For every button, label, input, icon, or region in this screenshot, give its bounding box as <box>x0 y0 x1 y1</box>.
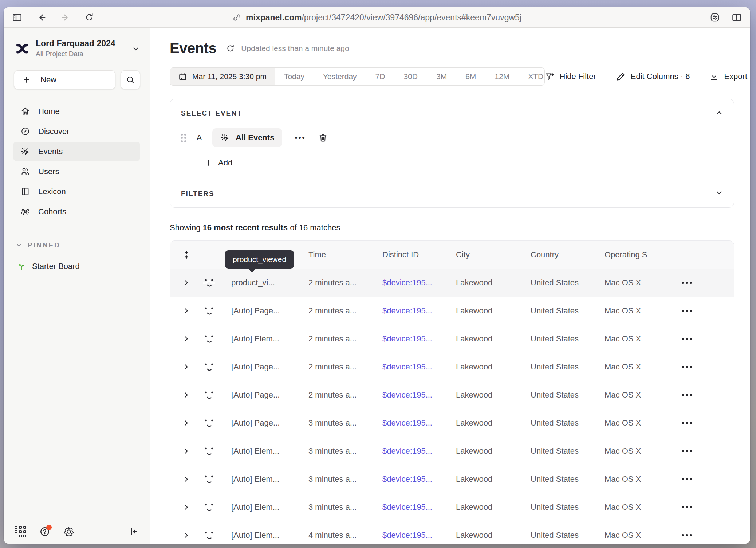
row-actions-icon[interactable] <box>674 282 734 284</box>
row-actions-icon[interactable] <box>674 534 734 536</box>
event-selector-pill[interactable]: All Events <box>212 128 282 147</box>
city-cell: Lakewood <box>453 390 528 400</box>
table-row[interactable]: [Auto] Page... 2 minutes a... $device:19… <box>170 381 734 409</box>
chevron-up-icon[interactable] <box>715 109 724 117</box>
row-actions-icon[interactable] <box>674 450 734 452</box>
range-today-button[interactable]: Today <box>275 68 314 85</box>
add-event-button[interactable]: Add <box>204 158 232 168</box>
sidebar-item-home[interactable]: Home <box>13 102 140 121</box>
sidebar-item-discover[interactable]: Discover <box>13 122 140 141</box>
table-row[interactable]: [Auto] Elem... 2 minutes a... $device:19… <box>170 325 734 353</box>
column-header-country[interactable]: Country <box>528 250 602 259</box>
search-button[interactable] <box>121 70 140 89</box>
distinct-id-link[interactable]: $device:195... <box>379 531 453 540</box>
table-row[interactable]: [Auto] Page... 3 minutes a... $device:19… <box>170 409 734 437</box>
address-bar[interactable]: mixpanel.com/project/3472420/view/397469… <box>232 12 521 22</box>
collapse-sidebar-icon[interactable] <box>129 527 139 537</box>
sidebar-item-cohorts[interactable]: Cohorts <box>13 202 140 221</box>
table-row[interactable]: [Auto] Elem... 3 minutes a... $device:19… <box>170 437 734 465</box>
pinned-section-header[interactable]: PINNED <box>4 230 150 249</box>
country-cell: United States <box>528 362 602 372</box>
distinct-id-link[interactable]: $device:195... <box>379 502 453 512</box>
sidebar-item-users[interactable]: Users <box>13 162 140 181</box>
range-xtd-dropdown[interactable]: XTD <box>519 68 544 85</box>
range-3m-button[interactable]: 3M <box>427 68 456 85</box>
new-button[interactable]: New <box>14 70 115 89</box>
event-name-cell: product_vi... <box>228 278 306 287</box>
page-title: Events <box>170 40 216 56</box>
select-event-label: SELECT EVENT <box>181 109 723 117</box>
row-actions-icon[interactable] <box>674 394 734 396</box>
settings-gear-icon[interactable] <box>63 526 74 537</box>
column-header-city[interactable]: City <box>453 250 528 259</box>
project-switcher[interactable]: Lord Farquaad 2024 All Project Data <box>4 36 150 61</box>
chevron-right-icon[interactable] <box>170 419 201 427</box>
event-more-icon[interactable]: ••• <box>292 134 308 142</box>
help-icon[interactable] <box>39 526 50 537</box>
row-actions-icon[interactable] <box>674 478 734 480</box>
back-icon[interactable] <box>36 12 47 23</box>
range-30d-button[interactable]: 30D <box>394 68 427 85</box>
range-7d-button[interactable]: 7D <box>366 68 394 85</box>
column-header-distinct-id[interactable]: Distinct ID <box>379 250 453 259</box>
date-picker-button[interactable]: Mar 11, 2025 3:30 pm <box>170 68 275 85</box>
sidebar-item-lexicon[interactable]: Lexicon <box>13 182 140 201</box>
range-6m-button[interactable]: 6M <box>456 68 485 85</box>
table-row[interactable]: [Auto] Elem... 3 minutes a... $device:19… <box>170 465 734 493</box>
event-name-cell: [Auto] Page... <box>228 418 306 428</box>
reload-icon[interactable] <box>84 12 94 22</box>
column-header-time[interactable]: Time <box>306 250 379 259</box>
refresh-icon[interactable] <box>226 44 235 53</box>
edit-columns-button[interactable]: Edit Columns · 6 <box>616 72 690 82</box>
table-row[interactable]: [Auto] Page... 2 minutes a... $device:19… <box>170 353 734 381</box>
chevron-down-icon[interactable] <box>715 188 724 197</box>
page-settings-icon[interactable] <box>709 12 720 23</box>
table-row[interactable]: [Auto] Page... 2 minutes a... $device:19… <box>170 297 734 325</box>
split-view-icon[interactable] <box>731 12 742 23</box>
distinct-id-link[interactable]: $device:195... <box>379 334 453 344</box>
event-tooltip: product_viewed <box>225 250 294 269</box>
distinct-id-link[interactable]: $device:195... <box>379 362 453 372</box>
table-row[interactable]: [Auto] Elem... 3 minutes a... $device:19… <box>170 493 734 521</box>
event-name-cell: [Auto] Page... <box>228 390 306 400</box>
chevron-right-icon[interactable] <box>170 306 201 315</box>
table-row[interactable]: product_vi... 2 minutes a... $device:195… <box>170 269 734 297</box>
export-button[interactable]: Export <box>709 72 747 81</box>
distinct-id-link[interactable]: $device:195... <box>379 390 453 400</box>
distinct-id-link[interactable]: $device:195... <box>379 446 453 456</box>
table-row[interactable]: [Auto] Elem... 4 minutes a... $device:19… <box>170 521 734 544</box>
drag-handle[interactable] <box>181 134 186 142</box>
chevron-right-icon[interactable] <box>170 475 201 484</box>
collapse-rows-icon[interactable] <box>170 250 201 259</box>
range-xtd-label: XTD <box>528 72 543 81</box>
os-cell: Mac OS X <box>602 502 674 512</box>
chevron-right-icon[interactable] <box>170 531 201 540</box>
chevron-right-icon[interactable] <box>170 363 201 371</box>
chevron-right-icon[interactable] <box>170 334 201 343</box>
distinct-id-link[interactable]: $device:195... <box>379 278 453 287</box>
hide-filter-button[interactable]: Hide Filter <box>545 72 596 82</box>
row-actions-icon[interactable] <box>674 506 734 508</box>
sidebar-item-events[interactable]: Events <box>13 142 140 161</box>
cohorts-icon <box>20 207 30 216</box>
row-actions-icon[interactable] <box>674 310 734 312</box>
row-actions-icon[interactable] <box>674 366 734 368</box>
range-yesterday-button[interactable]: Yesterday <box>314 68 366 85</box>
range-12m-button[interactable]: 12M <box>485 68 519 85</box>
row-actions-icon[interactable] <box>674 422 734 424</box>
column-header-os[interactable]: Operating S <box>602 250 674 259</box>
distinct-id-link[interactable]: $device:195... <box>379 418 453 428</box>
chevron-right-icon[interactable] <box>170 391 201 399</box>
row-actions-icon[interactable] <box>674 338 734 340</box>
distinct-id-link[interactable]: $device:195... <box>379 474 453 484</box>
apps-grid-icon[interactable] <box>15 526 26 537</box>
sidebar-toggle-icon[interactable] <box>12 12 23 23</box>
chevron-right-icon[interactable] <box>170 503 201 512</box>
forward-icon[interactable] <box>60 12 71 23</box>
chevron-right-icon[interactable] <box>170 278 201 287</box>
chevron-right-icon[interactable] <box>170 447 201 455</box>
sidebar-item-starter-board[interactable]: Starter Board <box>4 249 150 271</box>
os-cell: Mac OS X <box>602 362 674 372</box>
distinct-id-link[interactable]: $device:195... <box>379 306 453 316</box>
trash-icon[interactable] <box>318 133 328 143</box>
